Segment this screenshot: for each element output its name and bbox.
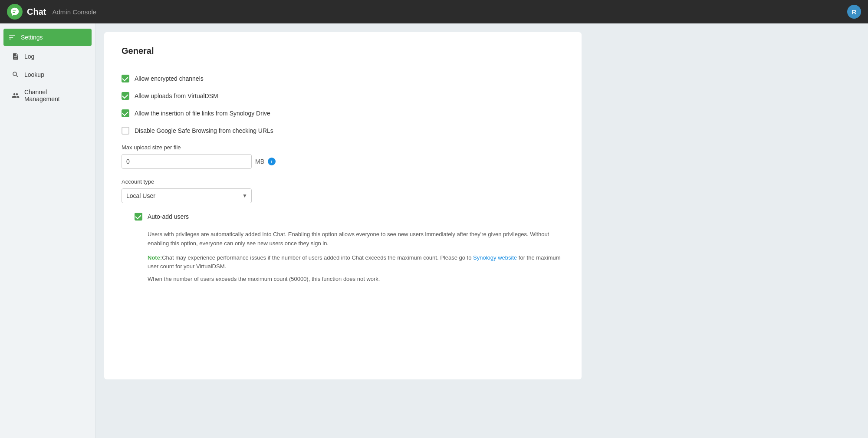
upload-size-row: MB i xyxy=(122,154,564,169)
upload-size-unit: MB xyxy=(255,158,264,165)
info-icon[interactable]: i xyxy=(268,158,276,165)
nested-auto-add: Auto-add users xyxy=(135,213,564,221)
checkbox-label-safebrowsing: Disable Google Safe Browsing from checki… xyxy=(135,127,273,134)
app-title-main: Chat xyxy=(27,7,46,17)
lookup-icon xyxy=(11,70,20,79)
upload-size-label: Max upload size per file xyxy=(122,144,564,151)
user-avatar[interactable]: R xyxy=(847,5,861,19)
note-body: Chat may experience performance issues i… xyxy=(162,254,473,261)
app-title-sub: Admin Console xyxy=(52,8,96,16)
synology-website-link[interactable]: Synology website xyxy=(473,254,517,261)
field-group-upload-size: Max upload size per file MB i xyxy=(122,144,564,169)
app-icon xyxy=(7,4,23,20)
sidebar-label-log: Log xyxy=(24,53,34,60)
checkbox-safebrowsing[interactable] xyxy=(122,127,129,135)
account-type-label: Account type xyxy=(122,178,564,185)
sidebar-label-settings: Settings xyxy=(21,34,43,41)
checkbox-label-encrypted: Allow encrypted channels xyxy=(135,75,204,82)
checkbox-filelinks[interactable] xyxy=(122,109,129,117)
checkbox-label-filelinks: Allow the insertion of file links from S… xyxy=(135,110,270,117)
checkbox-row-safebrowsing: Disable Google Safe Browsing from checki… xyxy=(122,127,564,135)
autoadd-description: Users with privileges are automatically … xyxy=(148,230,564,248)
checkbox-encrypted[interactable] xyxy=(122,75,129,82)
chat-icon xyxy=(10,7,20,16)
note-text2: When the number of users exceeds the max… xyxy=(148,275,564,284)
checkbox-row-uploads: Allow uploads from VirtualDSM xyxy=(122,92,564,100)
main-content: General Allow encrypted channels Allow u… xyxy=(95,23,868,438)
section-divider xyxy=(122,64,564,64)
settings-icon xyxy=(8,33,16,42)
checkbox-label-uploads: Allow uploads from VirtualDSM xyxy=(135,92,218,99)
app-header: Chat Admin Console R xyxy=(0,0,868,23)
sidebar-label-lookup: Lookup xyxy=(24,71,44,78)
account-type-select-wrapper: Local User LDAP User Domain User ▼ xyxy=(122,188,252,203)
field-group-account-type: Account type Local User LDAP User Domain… xyxy=(122,178,564,203)
header-left: Chat Admin Console xyxy=(7,4,96,20)
sidebar-label-channel-management: Channel Management xyxy=(24,89,84,102)
sidebar-item-lookup[interactable]: Lookup xyxy=(3,66,92,83)
app-layout: Settings Log Lookup Cha xyxy=(0,23,868,438)
log-icon xyxy=(11,52,20,61)
upload-size-input[interactable] xyxy=(122,154,252,169)
sidebar-item-settings[interactable]: Settings xyxy=(3,29,92,46)
content-card: General Allow encrypted channels Allow u… xyxy=(104,32,582,379)
checkbox-row-autoadd: Auto-add users xyxy=(135,213,564,221)
sidebar: Settings Log Lookup Cha xyxy=(0,23,95,438)
checkbox-label-autoadd: Auto-add users xyxy=(148,213,189,220)
account-type-select[interactable]: Local User LDAP User Domain User xyxy=(122,188,252,203)
checkbox-row-encrypted: Allow encrypted channels xyxy=(122,75,564,82)
sidebar-item-channel-management[interactable]: Channel Management xyxy=(3,84,92,107)
sidebar-item-log[interactable]: Log xyxy=(3,48,92,65)
section-title: General xyxy=(122,46,564,56)
checkbox-autoadd[interactable] xyxy=(135,213,142,221)
checkbox-uploads[interactable] xyxy=(122,92,129,100)
checkbox-row-filelinks: Allow the insertion of file links from S… xyxy=(122,109,564,117)
note-label: Note: xyxy=(148,254,162,261)
note-text: Note:Chat may experience performance iss… xyxy=(148,254,564,272)
channel-icon xyxy=(11,91,20,100)
